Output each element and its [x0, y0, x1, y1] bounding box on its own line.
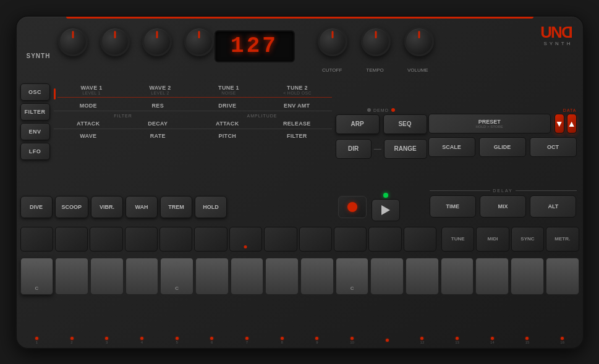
param-tune2: TUNE 2 < HOLD OSC — [263, 83, 332, 96]
knob-tempo[interactable] — [361, 27, 391, 56]
dive-button[interactable]: DIVE — [20, 196, 53, 218]
left-knobs-group — [54, 27, 218, 56]
knob-wave1-group — [54, 27, 92, 56]
led-3 — [105, 337, 108, 340]
knob-cutoff[interactable] — [318, 27, 347, 56]
led-group-12: 12 — [406, 337, 439, 344]
step-key-11[interactable] — [368, 227, 401, 252]
step-key-7[interactable] — [229, 227, 262, 252]
piano-key-16[interactable]: 16 — [546, 258, 579, 295]
scale-glide-oct-row: SCALE GLIDE OCT — [428, 137, 577, 157]
step-key-6[interactable] — [194, 227, 227, 252]
wah-button[interactable]: WAH — [125, 196, 158, 218]
piano-key-14[interactable]: 14 — [475, 258, 509, 295]
led-num-2: 2 — [70, 341, 72, 344]
step-key-3[interactable] — [90, 227, 122, 252]
knob-volume[interactable] — [404, 27, 434, 56]
step-key-7-led — [244, 245, 247, 248]
scale-button[interactable]: SCALE — [428, 137, 475, 157]
record-icon — [347, 202, 357, 212]
piano-key-5[interactable]: C 5 — [160, 258, 193, 295]
knob-tune1[interactable] — [142, 27, 172, 56]
step-key-2[interactable] — [55, 227, 88, 252]
param-wave1: WAVE 1 LEVEL 1 — [57, 83, 126, 96]
scoop-button[interactable]: SCOOP — [55, 196, 89, 218]
osc-button[interactable]: OSC — [20, 83, 50, 101]
play-button[interactable] — [372, 199, 400, 221]
led-num-16: 16 — [560, 341, 564, 344]
dir-button[interactable]: DIR — [336, 139, 372, 159]
knob-wave1[interactable] — [58, 27, 88, 56]
range-button[interactable]: RANGE — [384, 139, 427, 159]
led-group-13: 13 — [441, 337, 474, 344]
filter-section: MODE RES DRIVE ENV AMT — [54, 101, 332, 111]
preset-button[interactable]: PRESET HOLD > STORE — [428, 114, 551, 133]
filter-main-row: MODE RES DRIVE ENV AMT — [54, 101, 332, 110]
lfo-button[interactable]: LFO — [20, 143, 50, 160]
data-down-button[interactable]: ▼ — [554, 114, 564, 133]
piano-key-9[interactable]: 9 — [300, 258, 334, 295]
piano-key-4[interactable]: 4 — [125, 258, 159, 295]
record-button[interactable] — [338, 196, 367, 218]
led-num-14: 14 — [490, 341, 495, 344]
step-key-12[interactable] — [404, 227, 436, 252]
param-area: WAVE 1 LEVEL 1 WAVE 2 LEVEL 2 TUNE 1 NOI… — [54, 83, 332, 140]
step-key-4[interactable] — [125, 227, 158, 252]
tune-button[interactable]: TUNE — [441, 227, 474, 252]
logo-d: D — [561, 23, 573, 42]
tempo-label: TEMPO — [356, 67, 394, 73]
step-key-5[interactable] — [159, 227, 192, 252]
knob-tune2[interactable] — [184, 27, 214, 56]
glide-button[interactable]: GLIDE — [479, 137, 526, 157]
led-num-13: 13 — [455, 341, 459, 344]
step-num-4: 4 — [126, 261, 158, 265]
metr-label: METR. — [554, 236, 570, 242]
led-group-15: 15 — [511, 337, 544, 344]
piano-key-11[interactable]: 11 — [370, 258, 404, 295]
demo-label: DEMO — [373, 108, 389, 112]
step-key-9[interactable] — [299, 227, 332, 252]
led-5 — [176, 337, 179, 340]
data-up-button[interactable]: ▲ — [567, 114, 577, 133]
piano-key-3[interactable]: 3 — [90, 258, 124, 295]
step-key-8[interactable] — [264, 227, 297, 252]
step-separator — [438, 227, 440, 252]
piano-key-12[interactable]: 12 — [406, 258, 439, 295]
seq-button[interactable]: SEQ — [383, 114, 427, 134]
led-group-8: 8 — [265, 337, 299, 344]
led-group-4: 4 — [125, 337, 159, 344]
knob-wave2[interactable] — [100, 27, 130, 56]
arp-button[interactable]: ARP — [336, 114, 380, 134]
vibr-button[interactable]: VIBR. — [91, 196, 123, 218]
piano-key-10[interactable]: C 10 — [336, 258, 369, 295]
osc-section: WAVE 1 LEVEL 1 WAVE 2 LEVEL 2 TUNE 1 NOI… — [54, 83, 332, 98]
dir-range-row: DIR — RANGE — [336, 139, 427, 159]
center-controls: DEMO ARP SEQ DIR — RANGE — [336, 108, 427, 159]
time-button[interactable]: TIME — [430, 195, 476, 218]
alt-button[interactable]: ALT — [530, 195, 576, 218]
step-num-1: 1 — [21, 261, 53, 265]
piano-key-6[interactable]: 6 — [195, 258, 229, 295]
step-key-10[interactable] — [334, 227, 367, 252]
env-button[interactable]: ENV — [20, 123, 50, 140]
led-num-3: 3 — [106, 341, 108, 344]
led-num-1: 1 — [36, 341, 38, 344]
metr-button[interactable]: METR. — [546, 227, 579, 252]
step-num-10: 10 — [336, 261, 368, 265]
filter-button[interactable]: FILTER — [20, 103, 50, 121]
piano-key-15[interactable]: 15 — [511, 258, 544, 295]
trem-button[interactable]: TREM — [160, 196, 192, 218]
hold-button[interactable]: HOLD — [195, 196, 227, 218]
mix-button[interactable]: MIX — [480, 195, 526, 218]
oct-button[interactable]: OCT — [530, 137, 577, 157]
midi-button[interactable]: MIDI — [476, 227, 509, 252]
led-num-6: 6 — [211, 341, 213, 344]
piano-key-8[interactable]: 8 — [265, 258, 299, 295]
sync-button[interactable]: SYNC — [511, 227, 544, 252]
step-key-1[interactable] — [20, 227, 53, 252]
piano-key-13[interactable]: 13 — [441, 258, 474, 295]
knob-wave2-group — [96, 27, 134, 56]
piano-key-2[interactable]: 2 — [55, 258, 88, 295]
piano-key-7[interactable]: 7 — [231, 258, 264, 295]
piano-key-1[interactable]: C 1 — [20, 258, 54, 295]
